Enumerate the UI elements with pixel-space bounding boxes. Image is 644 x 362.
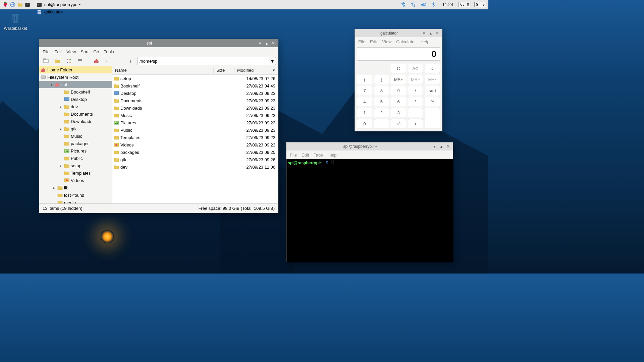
tree-lost+found[interactable]: lost+found [39,191,112,199]
key-[interactable]: +/- [391,119,406,128]
row-desktop[interactable]: Desktop27/09/23 09:23 [112,89,278,97]
compact-view-button[interactable] [64,57,73,65]
chevron-icon[interactable]: ▸ [59,105,63,109]
row-dev[interactable]: dev27/09/23 11:06 [112,163,278,171]
gpu-monitor[interactable]: G: 0 [474,2,487,7]
menu-edit[interactable]: Edit [54,49,62,54]
key-c[interactable]: C [391,64,406,73]
tree-dev[interactable]: ▸dev [39,103,112,110]
back-button[interactable]: ← [103,57,112,65]
tree-gtk[interactable]: ▸gtk [39,125,112,132]
row-templates[interactable]: Templates27/09/23 09:23 [112,134,278,141]
key-[interactable]: ( [357,75,372,84]
path-history-button[interactable]: ▾ [269,57,276,65]
chevron-down-icon[interactable]: ▾ [49,83,53,86]
key-[interactable]: - [408,108,423,117]
tree-media[interactable]: media [39,199,112,203]
calc-titlebar[interactable]: galculator ▾ ▴ ✕ [355,29,442,37]
tree-music[interactable]: Music [39,132,112,140]
tree-bookshelf[interactable]: Bookshelf [39,88,112,96]
key-9[interactable]: 9 [391,86,406,95]
menu-file[interactable]: File [358,39,365,44]
fm-titlebar[interactable]: spl ▾ ▴ ✕ [39,39,278,47]
file-manager-icon[interactable] [17,1,23,8]
row-public[interactable]: Public27/09/23 09:23 [112,126,278,134]
key-1[interactable]: 1 [357,108,372,117]
tree-lib[interactable]: ▸lib [39,184,112,191]
row-setup[interactable]: setup14/08/23 07:26 [112,75,278,82]
forward-button[interactable]: → [114,57,124,65]
tree-desktop[interactable]: Desktop [39,96,112,103]
key-[interactable]: * [408,97,423,106]
bluetooth-icon[interactable] [400,1,407,8]
row-bookshelf[interactable]: Bookshelf27/09/23 04:49 [112,82,278,89]
row-videos[interactable]: Videos27/09/23 09:23 [112,141,278,148]
key-3[interactable]: 3 [391,108,406,117]
key-2[interactable]: 2 [374,108,389,117]
tree-setup[interactable]: ▸setup [39,162,112,169]
menu-file[interactable]: File [290,153,297,158]
menu-calculator[interactable]: Calculator [396,39,416,44]
col-modified[interactable]: Modified ▾ [234,68,278,73]
col-size[interactable]: Size [214,68,234,73]
chevron-icon[interactable]: ▸ [52,186,56,190]
icon-view-button[interactable] [53,57,62,65]
network-icon[interactable] [410,1,417,8]
terminal-area[interactable]: spl@raspberrypi:~ $ [286,159,453,262]
volume-icon[interactable] [420,1,427,8]
path-input[interactable] [137,57,270,65]
sidebar-home-folder[interactable]: Home Folder [39,66,112,73]
key-mspanclasscaretspan[interactable]: M+▾ [425,75,440,84]
row-downloads[interactable]: Downloads27/09/23 09:23 [112,104,278,112]
new-tab-button[interactable] [41,57,51,65]
minimize-icon[interactable]: ▾ [421,31,427,36]
terminal-launcher-icon[interactable]: >_ [24,1,31,8]
key-[interactable]: % [425,97,440,106]
taskbar-galculator[interactable]: galculator [33,8,85,16]
key-0[interactable]: 0 [357,119,372,128]
key-[interactable]: / [408,86,423,95]
home-button[interactable] [92,57,101,65]
key-8[interactable]: 8 [374,86,389,95]
microphone-icon[interactable] [430,1,437,8]
chevron-icon[interactable]: ▸ [59,127,63,131]
menu-sort[interactable]: Sort [80,49,89,54]
sidebar-filesystem-root[interactable]: Filesystem Root [39,73,112,81]
menu-help[interactable]: Help [328,153,337,158]
minimize-icon[interactable]: ▾ [257,41,263,46]
clock[interactable]: 11:24 [440,2,455,7]
wastebasket-icon[interactable]: Wastebasket [2,11,29,31]
row-music[interactable]: Music27/09/23 09:23 [112,112,278,119]
menu-file[interactable]: File [43,49,50,54]
key-mrspanclasscaretspan[interactable]: MR▾ [408,75,423,84]
menu-go[interactable]: Go [93,49,99,54]
key-sqrt[interactable]: sqrt [425,86,440,95]
row-documents[interactable]: Documents27/09/23 09:23 [112,97,278,104]
list-view-button[interactable] [75,57,85,65]
menu-view[interactable]: View [66,49,76,54]
key-5[interactable]: 5 [374,97,389,106]
close-icon[interactable]: ✕ [445,144,451,149]
key-[interactable]: ) [374,75,389,84]
sidebar-spl[interactable]: ▾ spl [39,81,112,88]
maximize-icon[interactable]: ▴ [428,31,433,36]
cpu-monitor[interactable]: C: 0 [459,2,471,7]
key-msspanclasscaretspan[interactable]: MS▾ [391,75,406,84]
menu-view[interactable]: View [382,39,391,44]
row-packages[interactable]: packages27/09/23 09:25 [112,148,278,156]
key-[interactable]: + [408,119,423,128]
chevron-icon[interactable]: ▸ [59,164,63,168]
col-name[interactable]: Name [112,68,214,73]
key-6[interactable]: 6 [391,97,406,106]
tree-videos[interactable]: Videos [39,177,112,184]
tree-packages[interactable]: packages [39,140,112,147]
menu-edit[interactable]: Edit [370,39,377,44]
maximize-icon[interactable]: ▴ [439,144,444,149]
menu-tools[interactable]: Tools [104,49,114,54]
maximize-icon[interactable]: ▴ [264,41,269,46]
tree-public[interactable]: Public [39,155,112,162]
tree-documents[interactable]: Documents [39,110,112,118]
menu-tabs[interactable]: Tabs [314,153,323,158]
key-[interactable]: . [374,119,389,128]
key-7[interactable]: 7 [357,86,372,95]
